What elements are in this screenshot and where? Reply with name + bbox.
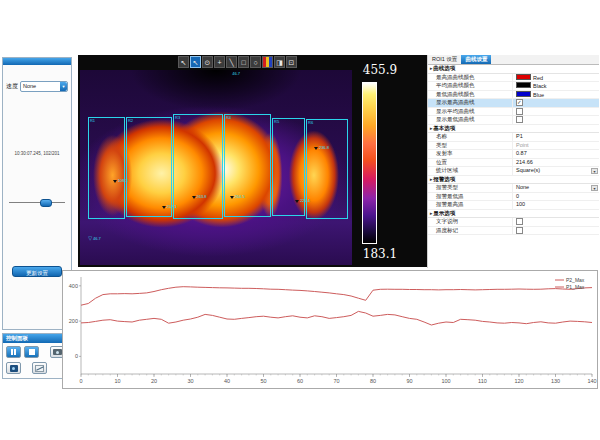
tab-curve-settings[interactable]: 曲线设置	[461, 55, 491, 64]
pan-icon[interactable]: +	[214, 56, 225, 68]
svg-text:50: 50	[260, 378, 266, 384]
svg-text:200: 200	[69, 318, 78, 324]
rect-tool-icon[interactable]: □	[238, 56, 249, 68]
colorbar	[362, 82, 377, 244]
prop-label: 温度标记	[428, 227, 513, 235]
prop-row: 显示平均温曲线	[428, 108, 599, 117]
triangle-marker-icon	[192, 196, 196, 199]
chevron-down-icon[interactable]: ▼	[591, 168, 598, 174]
prop-value[interactable]: Square(s)▼	[513, 167, 599, 175]
temp-marker: 236.8	[314, 146, 329, 150]
speed-select-value: None	[23, 83, 36, 89]
color-swatch	[516, 74, 531, 80]
camera-icon	[53, 349, 62, 355]
prop-section-header[interactable]: ▸报警选项	[428, 176, 599, 185]
prop-row: 显示最低温曲线	[428, 116, 599, 125]
prop-label: 报警最低温	[428, 193, 513, 201]
slider-track[interactable]	[9, 202, 65, 203]
prop-value[interactable]: Blue	[513, 91, 599, 99]
prop-value[interactable]: 214.66	[513, 159, 599, 167]
svg-text:100: 100	[441, 378, 450, 384]
prop-value[interactable]	[513, 108, 599, 116]
chevron-down-icon[interactable]: ▼	[591, 185, 598, 191]
prop-value[interactable]: Black	[513, 82, 599, 90]
record-button[interactable]	[6, 362, 21, 374]
prop-section-title: 基本选项	[433, 125, 455, 131]
prop-value[interactable]: P1	[513, 133, 599, 141]
temp-marker-value: 236.8	[319, 146, 329, 150]
prop-label: 报警最高温	[428, 201, 513, 209]
speed-select[interactable]: None ▼	[20, 81, 68, 92]
camera-icon[interactable]: ◨	[274, 56, 285, 68]
prop-section-header[interactable]: ▸基本选项	[428, 125, 599, 134]
ellipse-tool-icon[interactable]: ○	[250, 56, 261, 68]
prop-section-header[interactable]: ▸显示选项	[428, 210, 599, 219]
roi-box-R6[interactable]: R6	[306, 119, 348, 219]
prop-section-title: 曲线选项	[433, 65, 455, 71]
update-settings-button[interactable]: 更新设置	[12, 266, 62, 277]
prop-row: 统计区域Square(s)▼	[428, 167, 599, 176]
expand-arrow-icon: ▸	[430, 211, 432, 216]
prop-value[interactable]: Point	[513, 142, 599, 150]
prop-section-title: 显示选项	[433, 210, 455, 216]
prop-value[interactable]	[513, 227, 599, 235]
temp-marker: ▽46.7	[88, 236, 101, 241]
focus-icon[interactable]: ⊡	[286, 56, 297, 68]
control-panel-title: 控制面板	[3, 334, 71, 343]
prop-section-header[interactable]: ▸曲线选项	[428, 65, 599, 74]
expand-arrow-icon: ▸	[430, 126, 432, 131]
prop-label: 统计区域	[428, 167, 513, 175]
temp-marker-value: 252.1	[167, 205, 177, 209]
temp-marker-value: 46.7	[232, 72, 240, 76]
frame-slider[interactable]	[9, 198, 65, 208]
prop-row: 温度标记	[428, 227, 599, 236]
roi-box-R3[interactable]: R3	[173, 114, 223, 219]
checkbox[interactable]	[516, 99, 523, 106]
prop-row: 位置214.66	[428, 159, 599, 168]
colorbar-min-value: 183.1	[356, 247, 404, 261]
series-P1_Max	[81, 311, 592, 325]
roi-box-R1[interactable]: R1	[88, 117, 125, 220]
stop-button[interactable]	[24, 346, 39, 358]
prop-value[interactable]	[513, 218, 599, 226]
prop-value[interactable]: 0.87	[513, 150, 599, 158]
prop-value[interactable]: Red	[513, 74, 599, 82]
properties-panel: ROI1 设置 曲线设置 ▸曲线选项最高温曲线颜色Red平均温曲线颜色Black…	[427, 55, 599, 268]
prop-label: 文字说明	[428, 218, 513, 226]
chart-button[interactable]	[32, 362, 47, 374]
prop-value[interactable]: None▼	[513, 184, 599, 192]
checkbox[interactable]	[516, 227, 523, 234]
triangle-marker-icon	[314, 147, 318, 150]
slider-handle[interactable]	[40, 199, 52, 207]
roi-box-R2[interactable]: R2	[126, 117, 172, 217]
line-tool-icon[interactable]: ╲	[226, 56, 237, 68]
roi-label: R3	[175, 115, 180, 120]
svg-text:40: 40	[224, 378, 230, 384]
temp-marker-value: 263.8	[197, 195, 207, 199]
flag-icon: ▽	[88, 236, 92, 241]
temp-marker-value: 46.7	[93, 237, 101, 241]
checkbox[interactable]	[516, 218, 523, 225]
tab-roi-settings[interactable]: ROI1 设置	[428, 55, 461, 64]
select-icon[interactable]: ↖	[190, 56, 201, 68]
chart-icon	[35, 365, 44, 372]
cursor-icon[interactable]: ↖	[178, 56, 189, 68]
roi-box-R4[interactable]: R4	[224, 114, 271, 217]
prop-value[interactable]	[513, 99, 599, 107]
pause-button[interactable]	[6, 346, 21, 358]
prop-label: 显示平均温曲线	[428, 108, 513, 116]
thermal-image[interactable]: R1R2R3R4R5R6108.3252.1263.8264.5221.4236…	[80, 70, 352, 265]
prop-label: 最低温曲线颜色	[428, 91, 513, 99]
chevron-down-icon[interactable]: ▼	[60, 82, 67, 91]
checkbox[interactable]	[516, 108, 523, 115]
checkbox[interactable]	[516, 116, 523, 123]
zoom-icon[interactable]: ⊙	[202, 56, 213, 68]
palette-icon[interactable]	[262, 56, 273, 68]
record-icon	[10, 365, 18, 372]
svg-text:20: 20	[151, 378, 157, 384]
prop-value[interactable]: 100	[513, 201, 599, 209]
prop-value[interactable]: 0	[513, 193, 599, 201]
prop-value[interactable]	[513, 116, 599, 124]
prop-row: 最高温曲线颜色Red	[428, 74, 599, 83]
temp-marker: 108.3	[113, 179, 128, 183]
